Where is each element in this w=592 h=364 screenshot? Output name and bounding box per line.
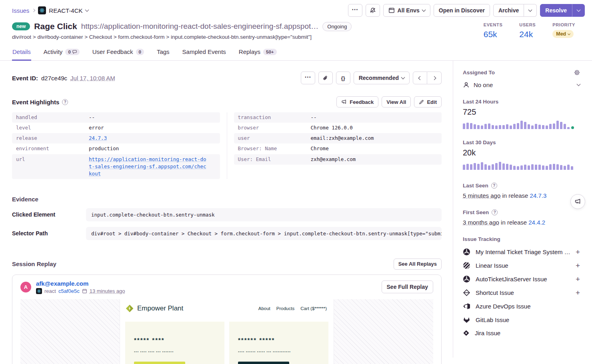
ellipsis-icon: ⋯ [304, 74, 311, 80]
see-full-replay-button[interactable]: See Full Replay [382, 280, 433, 293]
floating-feedback-button[interactable] [570, 194, 585, 209]
help-icon[interactable]: ? [491, 183, 497, 189]
open-in-discover-button[interactable]: Open in Discover [434, 4, 490, 17]
chevron-down-icon [576, 8, 580, 12]
first-seen-title: First Seen [463, 209, 489, 215]
url-link[interactable]: https://application-monitoring-react-dot… [89, 156, 207, 177]
release-link[interactable]: 24.7.3 [89, 135, 107, 142]
events-stat-label: EVENTS [484, 22, 503, 27]
environment-filter-label: All Envs [398, 7, 420, 14]
assignee-value: No one [474, 82, 493, 88]
issue-tracking-title: Issue Tracking [463, 236, 500, 242]
event-link-button[interactable] [318, 72, 333, 84]
resolve-dropdown-button[interactable] [572, 4, 585, 17]
add-issue-button[interactable]: + [576, 275, 580, 283]
environment-filter-button[interactable]: All Envs [383, 4, 430, 17]
event-highlights-tables: handled-- levelerror release24.7.3 envir… [12, 112, 442, 179]
calendar-icon [82, 288, 87, 294]
session-replay-section: Session Replay See All Replays A afk@exa… [12, 259, 442, 364]
previous-event-button[interactable] [413, 72, 427, 84]
replay-preview[interactable]: Empower Plant About Products Cart ($****… [20, 299, 433, 364]
last-24h-chart [463, 120, 580, 129]
last-30d-title: Last 30 Days [463, 139, 496, 145]
last-30d-section: Last 30 Days 20k [463, 139, 580, 170]
events-stat-value[interactable]: 65k [484, 30, 503, 39]
kv-row-url: urlhttps://application-monitoring-react-… [12, 154, 220, 179]
replay-user-email-link[interactable]: afk@example.com [36, 280, 377, 287]
event-timestamp[interactable]: Jul 17, 10:08 AM [70, 75, 115, 82]
help-icon[interactable]: ? [492, 209, 498, 215]
event-more-button[interactable]: ⋯ [301, 72, 315, 84]
event-id-value: d27ce49c [41, 75, 67, 82]
first-seen-release-link[interactable]: 24.4.2 [528, 219, 545, 226]
replay-nav-cart: Cart ($******) [300, 306, 327, 311]
more-actions-button[interactable]: ⋯ [348, 4, 362, 17]
highlights-feedback-button[interactable]: Feedback [336, 96, 378, 107]
issue-tracking-item-azure-devops[interactable]: Azure DevOps Issue [463, 302, 580, 310]
ticket-wheel-icon [463, 275, 470, 283]
replay-product-card: ****** ***** **** ****** ***** *** *****… [229, 322, 328, 364]
speech-bubble-icon [72, 50, 77, 54]
resolve-button-group: Resolve [540, 4, 585, 17]
add-to-cart-button: Add to cart — $****** [238, 362, 289, 364]
issue-tracking-item-linear[interactable]: Linear Issue + [463, 262, 580, 269]
gear-icon[interactable] [574, 70, 580, 76]
event-sort-select[interactable]: Recommended [354, 72, 410, 84]
issue-url: https://application-monitoring-react-dot… [81, 22, 319, 31]
add-issue-button[interactable]: + [576, 248, 580, 256]
replay-project-name: react [44, 288, 56, 294]
archive-dropdown-button[interactable] [524, 4, 537, 17]
see-all-replays-button[interactable]: See All Replays [394, 259, 442, 270]
replay-site-brand: Empower Plant [137, 304, 183, 312]
issue-tracking-item-autoticket-jira[interactable]: AutoTicketJiraServer Issue + [463, 275, 580, 283]
tab-tags[interactable]: Tags [156, 45, 170, 61]
tab-activity[interactable]: Activity 0 [43, 45, 80, 61]
issue-tracking-item-gitlab[interactable]: GitLab Issue [463, 316, 580, 324]
highlights-left-table: handled-- levelerror release24.7.3 envir… [12, 112, 220, 179]
first-seen-ago[interactable]: 3 months ago [463, 219, 499, 226]
megaphone-icon [341, 99, 347, 105]
mute-notifications-button[interactable] [366, 4, 380, 17]
linear-icon [463, 262, 470, 269]
tab-sampled-events[interactable]: Sampled Events [182, 45, 226, 61]
add-issue-button[interactable]: + [576, 289, 580, 296]
issue-tracking-item-internal-triage[interactable]: My Internal Ticket Triage System Issue + [463, 248, 580, 256]
kv-row-browser: browserChrome 126.0.0 [234, 123, 442, 133]
pencil-icon [419, 99, 424, 105]
add-issue-button[interactable]: + [576, 262, 580, 269]
breadcrumb-project[interactable]: REACT-4CK [38, 6, 88, 14]
replay-time-ago[interactable]: 13 minutes ago [90, 288, 125, 294]
replay-nav-about: About [258, 306, 270, 311]
kv-row-handled: handled-- [12, 112, 220, 123]
events-stat: EVENTS 65k [484, 22, 503, 39]
replay-id-link[interactable]: c5af0e5c [58, 288, 80, 294]
assignee-select[interactable]: No one [463, 82, 580, 88]
last-seen-ago[interactable]: 5 minutes ago [463, 192, 500, 199]
priority-stat-label: PRIORITY [552, 22, 575, 27]
tab-user-feedback[interactable]: User Feedback 0 [92, 45, 144, 61]
tab-details[interactable]: Details [12, 45, 31, 61]
issue-tracking-item-shortcut[interactable]: Shortcut Issue + [463, 289, 580, 296]
chevron-down-icon [528, 8, 532, 12]
help-icon[interactable]: ? [62, 99, 68, 105]
highlights-view-all-button[interactable]: View All [382, 96, 411, 107]
breadcrumb-issues-link[interactable]: Issues [12, 7, 29, 14]
event-id-label: Event ID: [12, 75, 38, 82]
chevron-down-icon [401, 75, 405, 79]
kv-row-level: levelerror [12, 123, 220, 133]
next-event-button[interactable] [427, 72, 442, 84]
resolve-button[interactable]: Resolve [540, 4, 572, 17]
person-icon [463, 82, 470, 88]
users-stat-value[interactable]: 24k [519, 30, 536, 39]
priority-select[interactable]: Med [552, 30, 574, 38]
last-seen-release-link[interactable]: 24.7.3 [530, 192, 547, 199]
tab-replays[interactable]: Replays 50+ [238, 45, 277, 61]
jira-icon [463, 330, 470, 336]
replay-site-frame: Empower Plant About Products Cart ($****… [120, 299, 334, 364]
event-json-button[interactable]: {} [336, 72, 350, 84]
highlights-edit-button[interactable]: Edit [414, 96, 442, 107]
breadcrumb-project-name: REACT-4CK [49, 7, 82, 14]
issue-tracking-item-jira[interactable]: Jira Issue [463, 330, 580, 336]
archive-button[interactable]: Archive [493, 4, 524, 17]
highlights-right-table: transaction-- browserChrome 126.0.0 user… [227, 112, 442, 179]
